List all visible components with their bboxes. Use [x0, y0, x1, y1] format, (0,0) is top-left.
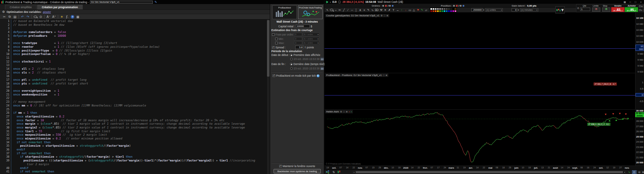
color-swatch[interactable] [448, 8, 450, 10]
edit-drawing-icon[interactable]: ✎ [367, 8, 370, 12]
s-checkbox[interactable] [639, 5, 641, 7]
delete-all-icon[interactable]: ✗ [388, 8, 391, 12]
tab-creation-simplifiee[interactable]: Création simplifiée [5, 5, 36, 9]
start-first-date-radio[interactable] [290, 54, 292, 56]
segment-icon[interactable]: ∕ [346, 8, 350, 12]
color-swatch[interactable] [454, 8, 457, 10]
comment-icon[interactable]: ⊙ [39, 15, 42, 19]
buy-arrow-marker[interactable] [615, 119, 617, 121]
delete-icon[interactable]: ⌦ [375, 8, 379, 12]
undo-icon[interactable]: ↶ [21, 15, 24, 19]
settings-icon[interactable]: ⚙ [340, 111, 342, 113]
sell-arrow-marker[interactable] [619, 113, 621, 115]
color-swatch[interactable] [452, 8, 454, 10]
fees-min-unit-select[interactable]: $ / ordre▾ [303, 37, 319, 41]
copy-icon[interactable]: ⧉ [8, 15, 11, 19]
buy-button[interactable]: 28 385,5 [625, 7, 638, 12]
color-swatch[interactable] [443, 10, 446, 12]
sell-button[interactable]: 28 383,1 [611, 7, 625, 12]
rectangle-icon[interactable]: ▭ [408, 8, 412, 12]
chart-style-select[interactable]: ▾ [555, 6, 565, 14]
calendar-icon[interactable] [320, 67, 324, 70]
vertical-line-icon[interactable]: │ [354, 8, 358, 12]
tools-icon[interactable]: ⚒ [380, 8, 383, 12]
font-increase-icon[interactable]: A⁺ [52, 15, 56, 19]
capital-input[interactable] [296, 24, 310, 28]
sort-icon[interactable]: ⇅ [331, 170, 336, 174]
keep-open-checkbox[interactable] [279, 165, 282, 167]
timeframe-spinner[interactable]: ▲▼ [518, 9, 519, 11]
fees-input[interactable] [294, 33, 302, 36]
sell-arrow-marker[interactable] [612, 113, 614, 115]
color-swatch[interactable] [437, 8, 439, 10]
fibonacci-icon[interactable]: ≡ [363, 8, 366, 12]
pitchfork-icon[interactable]: ⋔ [358, 8, 362, 12]
window-icon[interactable]: □ [383, 74, 384, 76]
candles-icon[interactable] [337, 170, 341, 174]
end-custom-date-radio[interactable] [290, 67, 293, 70]
scroll-left-arrow[interactable]: ◂ [353, 171, 354, 173]
fees-unit-select[interactable]: $ / ordre▾ [303, 33, 319, 36]
start-custom-date-radio[interactable] [290, 58, 293, 60]
pane-divider[interactable] [325, 73, 635, 73]
color-swatch[interactable] [446, 8, 448, 10]
info-icon[interactable]: i [338, 1, 341, 3]
scroll-right-arrow[interactable]: ▸ [624, 171, 625, 173]
color-swatch[interactable] [446, 10, 448, 12]
pane-divider[interactable] [325, 109, 635, 110]
hscrollbar-thumb[interactable] [356, 171, 623, 173]
close-icon[interactable]: ⊗ [386, 74, 387, 77]
trendline-icon[interactable]: ╱ [342, 8, 346, 12]
tab-creation-par-programmation[interactable]: Création par programmation [37, 5, 83, 9]
color-swatch[interactable] [435, 10, 437, 12]
hint-icon[interactable]: ☀ [60, 15, 64, 19]
window-icon[interactable]: □ [384, 14, 385, 17]
l-checkbox[interactable] [639, 9, 641, 11]
horizontal-line-icon[interactable]: ─ [350, 8, 354, 12]
calendar-icon[interactable] [320, 57, 324, 61]
tick-mode-checkbox[interactable] [273, 74, 275, 77]
quantity-spinner[interactable]: ▲▼ [483, 9, 484, 11]
price-axis[interactable]: 10 10010 08010 06010 04010 02010 0009 98… [635, 13, 644, 166]
color-swatch[interactable] [441, 10, 443, 12]
close-icon[interactable]: ⊗ [386, 14, 388, 17]
redo-icon[interactable]: ↷ [26, 15, 30, 19]
color-swatch[interactable] [437, 10, 439, 12]
rename-icon[interactable]: ✎ [154, 0, 158, 4]
code-editor[interactable]: 1// based on Balmora74 vectorial dax2// … [0, 19, 266, 174]
units-select[interactable]: (x) unités▾ [485, 8, 503, 12]
chevron-down-icon[interactable]: ▾ [330, 1, 331, 3]
color-swatch[interactable] [435, 8, 437, 10]
close-button[interactable]: × [639, 1, 643, 3]
spread-checkbox[interactable] [272, 46, 275, 49]
triangle-icon[interactable]: △ [412, 8, 416, 12]
arrow-down-icon[interactable]: ↓ [404, 8, 408, 12]
font-decrease-icon[interactable]: A⁻ [47, 15, 50, 19]
color-swatch[interactable] [450, 10, 452, 12]
spread-input[interactable] [295, 46, 303, 49]
search-orders-icon[interactable]: ⊕ [391, 4, 394, 7]
insert-function-icon[interactable]: ƒ. [65, 15, 69, 19]
fees-min-checkbox[interactable] [275, 38, 278, 40]
strategy-icon[interactable]: ⚙ [577, 7, 579, 10]
quantity-input[interactable] [471, 8, 483, 12]
color-swatch[interactable] [452, 10, 454, 12]
flag-icon[interactable]: ⚑ [416, 8, 420, 12]
keyboard-icon[interactable]: ▦ [623, 1, 627, 3]
fees-max-unit-select[interactable]: $ / ordre▾ [303, 41, 319, 45]
buy-arrow-marker[interactable] [627, 117, 629, 119]
color-swatch[interactable] [443, 8, 446, 10]
color-swatch[interactable] [448, 10, 450, 12]
sell-arrow-marker[interactable] [605, 114, 607, 115]
arrow-up-icon[interactable]: ↑ [400, 8, 403, 12]
curve-zoom-icon[interactable]: ∿ [627, 170, 631, 174]
curve-icon[interactable]: ∿ [371, 8, 374, 12]
settings-icon[interactable]: ⚙ [380, 14, 382, 17]
fees-max-checkbox[interactable] [275, 42, 278, 44]
close-position-icon[interactable]: ⊠ [456, 4, 458, 7]
search-position-icon[interactable]: ⊕ [463, 4, 465, 7]
heikin-ashi-chart[interactable] [325, 110, 635, 166]
window-icon[interactable]: □ [343, 111, 345, 113]
fees-max-input[interactable] [294, 41, 302, 45]
color-swatch[interactable] [430, 8, 432, 10]
